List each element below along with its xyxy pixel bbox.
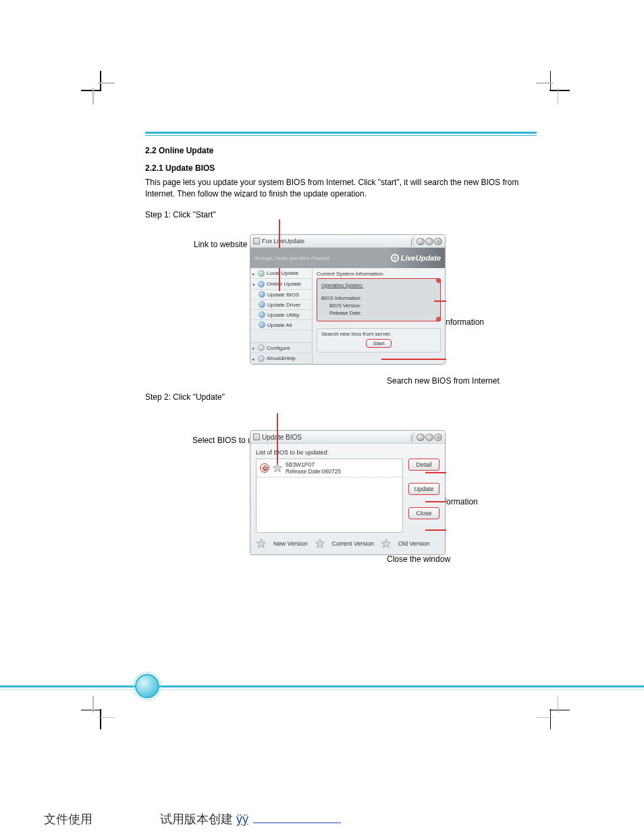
maximize-button[interactable] xyxy=(425,238,433,245)
maximize-button[interactable] xyxy=(425,434,433,441)
csi-heading: Current System Information: xyxy=(317,271,441,277)
bios-info-label: BIOS Information: xyxy=(321,294,436,302)
legend-old: Old Version xyxy=(398,540,430,547)
sidebar-item-configure[interactable]: ▸ Configure xyxy=(250,342,312,353)
collapse-arrow-icon: ▾ xyxy=(252,282,257,286)
update-bios-dialog: Update BIOS _ × List of BIOS to be updat… xyxy=(250,430,446,555)
callout-search-bios: Search new BIOS from Internet xyxy=(387,376,500,386)
banner: Stronger, Faster and More Powerful LiveU… xyxy=(250,248,445,268)
callout-link-website: Link to website xyxy=(194,240,247,249)
section-rule xyxy=(145,132,537,134)
minimize-button[interactable]: _ xyxy=(417,238,425,245)
sidebar-item-update-utility[interactable]: Update Utility xyxy=(250,310,312,320)
brand-label: LiveUpdate xyxy=(401,254,441,262)
sidebar-item-update-all[interactable]: Update All xyxy=(250,320,312,330)
subsection-title: 2.2.1 Update BIOS xyxy=(145,163,537,173)
page-content: 2.2 Online Update 2.2.1 Update BIOS This… xyxy=(145,132,537,555)
expand-arrow-icon: ▸ xyxy=(252,357,257,361)
local-update-icon xyxy=(258,270,265,277)
screenshot-update-bios-dialog: Update BIOS _ × List of BIOS to be updat… xyxy=(250,430,446,555)
footer-link[interactable]: ÿÿ xyxy=(236,812,248,826)
footer-text-mid: 试用版本创建 xyxy=(160,812,233,826)
list-label: List of BIOS to be updated: xyxy=(256,449,439,456)
callout-line xyxy=(425,472,446,473)
titlebar-curve xyxy=(411,236,417,246)
bios-name: 5B3W1P07 xyxy=(286,461,341,468)
close-button[interactable]: × xyxy=(434,238,442,245)
legend-new: New Version xyxy=(273,540,308,547)
online-update-icon xyxy=(258,281,265,288)
liveupdate-window: Fox LiveUpdate _ × Stronger, Faster and … xyxy=(250,234,446,365)
expand-arrow-icon: ▸ xyxy=(252,346,257,350)
system-info-box: Operating System: BIOS Information: BIOS… xyxy=(317,278,441,321)
app-icon xyxy=(253,434,260,440)
window-title: Fox LiveUpdate xyxy=(262,238,304,244)
highlight-corner-icon xyxy=(436,317,440,321)
bios-version-label: BIOS Version: xyxy=(321,302,436,309)
svg-marker-2 xyxy=(315,539,324,548)
select-radio-icon[interactable]: ⏻ xyxy=(260,463,269,473)
sidebar-item-local-update[interactable]: ▸ Local Update xyxy=(250,268,312,279)
footer-text-left: 文件使用 xyxy=(44,812,92,826)
callout-line xyxy=(425,529,446,531)
star-icon xyxy=(272,463,283,473)
dialog-title: Update BIOS xyxy=(262,434,302,441)
step1-label: Step 1: Click "Start" xyxy=(145,209,537,221)
sidebar-item-label: Online Update xyxy=(267,281,301,287)
expand-arrow-icon: ▸ xyxy=(252,271,257,276)
star-new-icon xyxy=(256,538,267,549)
callout-line xyxy=(434,301,446,302)
star-old-icon xyxy=(381,538,392,549)
dialog-titlebar: Update BIOS _ × xyxy=(250,431,445,444)
app-icon xyxy=(253,238,260,244)
help-icon xyxy=(258,355,265,362)
close-button[interactable]: × xyxy=(434,434,442,441)
titlebar-curve xyxy=(411,432,417,442)
svg-marker-0 xyxy=(273,463,281,472)
sidebar-item-label: About&Help xyxy=(267,355,296,361)
update-button[interactable]: Update xyxy=(408,483,439,495)
release-date-label: Release Date: xyxy=(321,309,436,317)
start-button[interactable]: Start xyxy=(366,339,392,348)
sidebar-item-label: Local Update xyxy=(267,270,298,276)
callout-line xyxy=(277,413,278,465)
highlight-corner-icon xyxy=(436,279,440,283)
gear-icon xyxy=(258,344,265,351)
svg-marker-1 xyxy=(257,539,265,548)
sidebar-item-label: Update BIOS xyxy=(267,292,299,298)
os-label: Operating System: xyxy=(321,282,436,289)
sidebar-item-update-bios[interactable]: Update BIOS xyxy=(250,290,312,300)
callout-line xyxy=(425,501,446,502)
search-box: Search new bios from server. Start xyxy=(317,328,441,353)
svg-marker-3 xyxy=(381,539,390,548)
sidebar-item-label: Update Utility xyxy=(267,312,300,318)
step2-label: Step 2: Click "Update" xyxy=(145,392,537,403)
banner-tagline: Stronger, Faster and More Powerful xyxy=(254,256,329,261)
globe-icon xyxy=(259,301,265,308)
sidebar-item-label: Update Driver xyxy=(267,302,300,308)
content-panel: Current System Information: Operating Sy… xyxy=(313,268,445,364)
brand-icon xyxy=(391,254,399,262)
section-title: 2.2 Online Update xyxy=(145,146,537,155)
legend-current: Current Version xyxy=(332,540,375,547)
detail-button[interactable]: Detail xyxy=(408,459,439,471)
screenshot-liveupdate-window: Fox LiveUpdate _ × Stronger, Faster and … xyxy=(250,234,446,365)
globe-icon xyxy=(259,311,265,318)
bios-list-item[interactable]: ⏻ 5B3W1P07 Release Date:060725 xyxy=(257,459,402,477)
minimize-button[interactable]: _ xyxy=(417,434,425,441)
sidebar-item-label: Configure xyxy=(267,345,290,351)
close-dialog-button[interactable]: Close xyxy=(408,507,439,519)
globe-icon xyxy=(259,291,265,298)
version-legend: New Version Current Version Old Version xyxy=(256,538,439,549)
sidebar-item-update-driver[interactable]: Update Driver xyxy=(250,300,312,310)
bios-list[interactable]: ⏻ 5B3W1P07 Release Date:060725 xyxy=(256,459,403,533)
star-current-icon xyxy=(315,538,325,549)
sidebar: ▸ Local Update ▾ Online Update Update BI… xyxy=(250,268,313,364)
footer: 文件使用 试用版本创建 ÿÿ xyxy=(0,811,644,827)
callout-line xyxy=(381,359,446,360)
sidebar-item-label: Update All xyxy=(267,322,292,328)
callout-close-window: Close the window xyxy=(387,554,450,564)
bios-release-date: Release Date:060725 xyxy=(286,468,341,475)
sidebar-item-online-update[interactable]: ▾ Online Update xyxy=(250,279,312,290)
sidebar-item-about-help[interactable]: ▸ About&Help xyxy=(250,353,312,364)
